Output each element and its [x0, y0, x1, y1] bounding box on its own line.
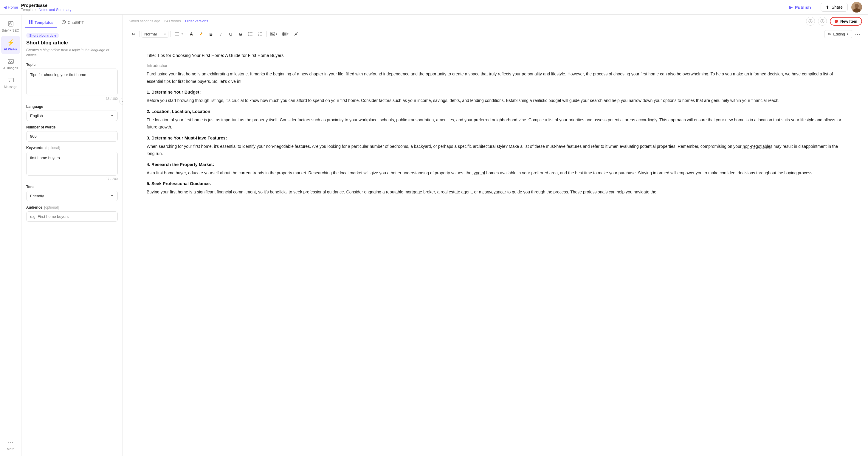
image-chevron-icon: ▾ [276, 32, 277, 35]
svg-text:3.: 3. [258, 35, 259, 36]
words-group: Number of words [26, 125, 118, 142]
save-status: Saved seconds ago [129, 19, 160, 23]
table-chevron-icon: ▾ [287, 32, 288, 35]
share-button[interactable]: ⬆ Share [820, 3, 848, 11]
editing-mode-button[interactable]: ✏ Editing ▾ [824, 30, 852, 38]
sidebar-item-more[interactable]: ··· More [0, 435, 21, 454]
language-group: Language English Spanish French German [26, 104, 118, 121]
section-2-heading: 2. Location, Location, Location: [147, 109, 844, 114]
avatar[interactable] [851, 2, 862, 12]
svg-point-0 [855, 4, 859, 8]
editing-pencil-icon: ✏ [828, 32, 831, 36]
top-nav: ◀ Home PropertEase Template: Notes and S… [0, 0, 868, 14]
icon-sidebar: Brief + SEO ⚡ AI Writer AI Images Messag… [0, 14, 22, 456]
sidebar-item-ai-writer[interactable]: ⚡ AI Writer [1, 36, 20, 54]
word-count: 641 words [164, 19, 181, 23]
style-selector[interactable]: Normal ▾ [142, 31, 168, 37]
tab-templates[interactable]: Templates [25, 18, 57, 28]
language-select[interactable]: English Spanish French German [26, 111, 118, 121]
svg-point-1 [853, 8, 860, 12]
section-1-heading: 1. Determine Your Budget: [147, 90, 844, 94]
templates-icon [29, 20, 33, 25]
editor-content[interactable]: Title: Tips for Choosing Your First Home… [123, 40, 868, 456]
status-bar: Saved seconds ago 641 words Older versio… [123, 14, 868, 28]
svg-point-20 [248, 34, 249, 35]
more-options-button[interactable]: ⋯ [853, 30, 862, 38]
topic-counter: 33 / 100 [26, 97, 118, 100]
svg-point-31 [272, 33, 273, 34]
section-5-text: Buying your first home is a significant … [147, 188, 844, 196]
ai-images-icon [7, 58, 14, 65]
template-link[interactable]: Notes and Summary [39, 8, 71, 12]
panel-body: Short blog article Short blog article Cr… [22, 28, 123, 456]
publish-button[interactable]: ▶ Publish [783, 2, 817, 12]
side-panel: Templates ChatGPT ‹ Short blog article S… [22, 14, 123, 456]
section-3-heading: 3. Determine Your Must-Have Features: [147, 135, 844, 141]
topic-textarea[interactable]: Tips for choosing your first home [26, 68, 118, 95]
bullet-list-button[interactable] [246, 30, 255, 38]
message-icon [7, 76, 14, 84]
svg-rect-9 [31, 20, 32, 22]
underline-button[interactable]: U [226, 30, 235, 38]
audience-input[interactable] [26, 211, 118, 222]
svg-point-6 [9, 60, 10, 61]
section-2-text: The location of your first home is just … [147, 116, 844, 131]
highlight-button[interactable] [197, 30, 206, 38]
bold-button[interactable]: B [207, 30, 216, 38]
svg-rect-10 [29, 22, 30, 24]
font-color-button[interactable]: A [187, 30, 196, 38]
publish-icon: ▶ [789, 4, 792, 10]
brief-seo-icon [7, 20, 14, 28]
older-versions-link[interactable]: Older versions [185, 19, 208, 23]
svg-rect-7 [8, 78, 13, 82]
tab-chatgpt[interactable]: ChatGPT [58, 18, 87, 28]
tone-group: Tone Friendly Professional Casual Formal [26, 185, 118, 201]
panel-tabs: Templates ChatGPT [22, 14, 123, 28]
image-button[interactable]: ▾ [269, 30, 279, 38]
tone-label: Tone [26, 185, 118, 189]
svg-rect-32 [282, 32, 286, 36]
svg-rect-11 [31, 22, 32, 24]
editing-chevron-icon: ▾ [847, 32, 848, 35]
app-template-info: Template: Notes and Summary [21, 8, 71, 12]
section-4-text: As a first home buyer, educate yourself … [147, 169, 844, 177]
intro-text: Purchasing your first home is an exhilar… [147, 70, 844, 85]
table-button[interactable]: ▾ [280, 30, 290, 38]
keywords-label: Keywords (optional) [26, 146, 118, 150]
intro-label: Introduction: [147, 63, 844, 68]
more-icon: ··· [7, 438, 14, 446]
toolbar-icon-2[interactable] [818, 17, 827, 26]
topic-label: Topic [26, 63, 118, 67]
undo-button[interactable]: ↩ [129, 30, 138, 38]
align-button[interactable] [172, 30, 181, 38]
app-header: PropertEase Template: Notes and Summary [21, 3, 71, 12]
keywords-group: Keywords (optional) first home buyers 17… [26, 146, 118, 181]
italic-button[interactable]: I [216, 30, 225, 38]
toolbar-separator-3 [185, 31, 185, 37]
toolbar-icon-1[interactable] [806, 17, 815, 26]
home-link[interactable]: ◀ Home [4, 5, 18, 9]
template-badge: Short blog article [26, 33, 59, 38]
doc-title-line: Title: Tips for Choosing Your First Home… [147, 52, 844, 59]
strikethrough-button[interactable]: S [236, 30, 245, 38]
new-item-button[interactable]: New Item [830, 17, 862, 26]
sidebar-item-message[interactable]: Message [0, 73, 21, 91]
keywords-textarea[interactable]: first home buyers [26, 152, 118, 176]
numbered-list-button[interactable]: 1.2.3. [256, 30, 265, 38]
tone-select[interactable]: Friendly Professional Casual Formal [26, 191, 118, 201]
svg-line-37 [297, 32, 298, 33]
svg-point-4 [10, 24, 11, 25]
clear-format-button[interactable] [291, 30, 300, 38]
style-chevron-icon: ▾ [164, 32, 166, 36]
editor-area: Saved seconds ago 641 words Older versio… [123, 14, 868, 456]
svg-point-22 [248, 35, 249, 36]
section-5-heading: 5. Seek Professional Guidance: [147, 181, 844, 186]
sidebar-item-ai-images[interactable]: AI Images [0, 55, 21, 73]
svg-rect-30 [271, 32, 275, 36]
topic-group: Topic Tips for choosing your first home … [26, 63, 118, 100]
section-3-text: When searching for your first home, it's… [147, 143, 844, 157]
words-input[interactable] [26, 131, 118, 142]
svg-rect-8 [29, 20, 30, 22]
new-item-dot [835, 20, 838, 23]
sidebar-item-brief-seo[interactable]: Brief + SEO [0, 17, 21, 35]
